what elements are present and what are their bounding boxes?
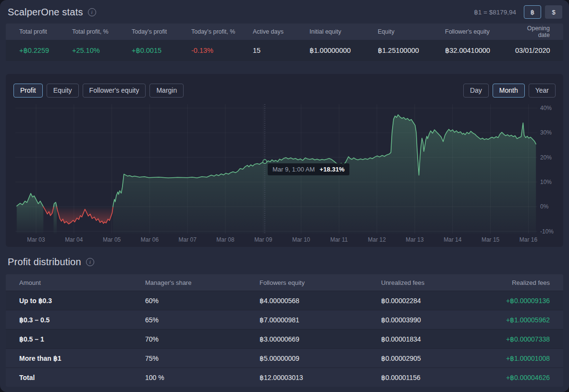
col-initial-equity: Initial equity [309,28,378,35]
svg-text:0%: 0% [540,203,549,210]
svg-text:30%: 30% [540,129,552,136]
col-unrealized-fees: Unrealized fees [381,279,505,286]
tab-equity[interactable]: Equity [47,84,79,98]
table-row: More than ฿1 75% ฿5.00000009 ฿0.00002905… [6,348,563,368]
initial-equity-value: ฿1.00000000 [309,47,378,54]
currency-usd-button[interactable]: $ [545,5,562,19]
share-cell: 65% [145,316,260,324]
tab-profit[interactable]: Profit [13,84,43,98]
amount-cell: ฿0.5 – 1 [19,335,145,343]
realized-fees-cell: +฿1.00005962 [505,316,550,324]
col-total-profit: Total profit [19,28,72,35]
svg-text:Mar 06: Mar 06 [141,236,159,243]
col-todays-profit: Today's profit [132,28,191,35]
profit-chart[interactable]: 40%30%20%10%0%-10%Mar 03Mar 04Mar 05Mar … [6,103,563,246]
stats-table-header: Total profit Total profit, % Today's pro… [6,24,563,40]
total-profit-value: +฿0.2259 [19,47,72,54]
svg-text:Mar 05: Mar 05 [103,236,121,243]
table-row-total: Total 100 % ฿12.00003013 ฿0.00001156 +฿0… [6,368,563,387]
followers-equity-cell: ฿12.00003013 [260,374,381,381]
stats-table-values: +฿0.2259 +25.10% +฿0.0015 -0.13% 15 ฿1.0… [6,40,563,61]
share-cell: 60% [145,297,260,305]
currency-btc-button[interactable]: ฿ [524,5,541,19]
unrealized-fees-cell: ฿0.00002284 [381,297,505,305]
followers-equity-cell: ฿5.00000009 [260,355,381,362]
col-equity: Equity [378,28,445,35]
stats-table: Total profit Total profit, % Today's pro… [6,24,563,61]
tooltip-timestamp: Mar 9, 1:00 AM [272,166,315,173]
unrealized-fees-cell: ฿0.00001834 [381,335,505,343]
unrealized-fees-cell: ฿0.00002905 [381,355,505,362]
svg-text:-10%: -10% [540,228,554,235]
col-total-profit-pct: Total profit, % [72,28,132,35]
profit-distribution-title: Profit distribution [8,257,81,268]
col-managers-share: Manager's share [145,279,260,286]
followers-equity-cell: ฿4.00000568 [260,297,381,305]
amount-cell: Up to ฿0.3 [19,297,145,305]
amount-cell: ฿0.3 – 0.5 [19,316,145,324]
unrealized-fees-cell: ฿0.00003990 [381,316,505,324]
unrealized-fees-cell: ฿0.00001156 [381,374,505,381]
opening-date-value: 03/01/2020 [515,47,550,54]
col-realized-fees: Realized fees [505,279,550,286]
metric-tabs: Profit Equity Follower's equity Margin [13,84,184,98]
col-todays-profit-pct: Today's profit, % [191,28,253,35]
total-profit-pct-value: +25.10% [72,47,132,54]
col-amount: Amount [19,279,145,286]
svg-text:20%: 20% [540,154,552,161]
realized-fees-cell: +฿0.00004626 [505,374,550,381]
svg-text:Mar 07: Mar 07 [179,236,197,243]
period-day-button[interactable]: Day [463,84,489,98]
period-month-button[interactable]: Month [493,84,525,98]
page-header: ScalperOne stats i ฿1 = $8179,94 ฿ $ [0,0,569,24]
equity-value: ฿1.25100000 [378,47,445,54]
period-year-button[interactable]: Year [529,84,556,98]
followers-equity-cell: ฿7.00000981 [260,316,381,324]
chart-toolbar: Profit Equity Follower's equity Margin D… [6,74,563,98]
svg-text:Mar 10: Mar 10 [292,236,310,243]
tab-margin[interactable]: Margin [149,84,184,98]
svg-text:Mar 16: Mar 16 [520,236,538,243]
todays-profit-pct-value: -0.13% [191,47,253,54]
followers-equity-value: ฿32.00410000 [445,47,515,54]
chart-panel: Profit Equity Follower's equity Margin D… [6,74,563,247]
realized-fees-cell: +฿0.00007338 [505,335,550,343]
amount-cell: More than ฿1 [19,355,145,362]
col-active-days: Active days [253,28,309,35]
info-icon[interactable]: i [88,8,96,16]
svg-text:Mar 15: Mar 15 [482,236,500,243]
svg-text:Mar 12: Mar 12 [368,236,386,243]
followers-equity-cell: ฿3.00000669 [260,335,381,343]
share-cell: 75% [145,355,260,362]
svg-text:Mar 08: Mar 08 [216,236,235,243]
distribution-table-header: Amount Manager's share Followers equity … [6,274,563,291]
col-opening-date: Opening date [515,25,550,38]
svg-text:Mar 11: Mar 11 [330,236,348,243]
info-icon[interactable]: i [86,258,94,266]
table-row: ฿0.3 – 0.5 65% ฿7.00000981 ฿0.00003990 +… [6,310,563,329]
amount-cell: Total [19,374,145,381]
realized-fees-cell: +฿0.00009136 [505,297,550,305]
table-row: Up to ฿0.3 60% ฿4.00000568 ฿0.00002284 +… [6,291,563,310]
profit-distribution-table: Amount Manager's share Followers equity … [6,274,563,387]
table-row: ฿0.5 – 1 70% ฿3.00000669 ฿0.00001834 +฿0… [6,329,563,348]
tooltip-value: +18.31% [320,166,345,173]
svg-text:40%: 40% [540,105,552,111]
share-cell: 100 % [145,374,260,381]
active-days-value: 15 [253,47,309,54]
period-buttons: Day Month Year [463,84,556,98]
svg-text:Mar 13: Mar 13 [406,236,424,243]
profit-distribution-section: Profit distribution i Amount Manager's s… [0,247,569,387]
col-followers-equity: Followers equity [260,279,381,286]
tab-followers-equity[interactable]: Follower's equity [83,84,146,98]
col-followers-equity: Follower's equity [445,28,515,35]
scalperone-stats-page: ScalperOne stats i ฿1 = $8179,94 ฿ $ Tot… [0,0,569,392]
svg-text:Mar 14: Mar 14 [444,236,462,243]
chart-tooltip: Mar 9, 1:00 AM +18.31% [268,163,349,175]
svg-text:Mar 04: Mar 04 [65,236,83,243]
todays-profit-value: +฿0.0015 [132,47,191,54]
svg-text:Mar 03: Mar 03 [27,236,45,243]
svg-text:Mar 09: Mar 09 [254,236,272,243]
page-title: ScalperOne stats [8,7,83,18]
realized-fees-cell: +฿1.00001008 [505,355,550,362]
